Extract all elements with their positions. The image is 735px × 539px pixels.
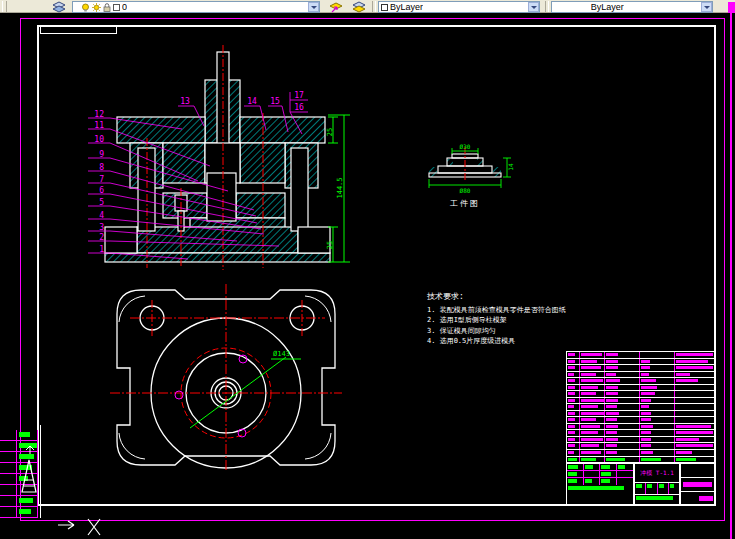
make-object-layer-current-button[interactable] xyxy=(326,0,346,13)
cell-code xyxy=(580,385,605,391)
sheet-row xyxy=(634,495,680,506)
cell-remark xyxy=(675,443,715,449)
cell-item-no xyxy=(567,385,580,391)
cell-material xyxy=(640,359,676,365)
cell-material xyxy=(640,424,676,430)
paperspace-ucs-icon xyxy=(12,446,52,496)
cell-code xyxy=(580,450,605,456)
cell-name xyxy=(605,411,639,417)
color-control-combo[interactable]: ByLayer xyxy=(378,1,540,13)
cell-code xyxy=(580,365,605,371)
notes-list: 1. 装配模具前须检查模具零件是否符合图纸2. 选用I型后侧导柱模架3. 保证模… xyxy=(427,305,567,347)
toolbar-grip[interactable] xyxy=(2,1,7,12)
cell-code xyxy=(580,437,605,443)
item-balloons-left: 12 11 10 9 8 7 6 5 4 3 2 1 xyxy=(94,110,104,254)
cell-code xyxy=(580,417,605,423)
cell-name xyxy=(605,352,639,358)
workpiece-dim-right: 14 xyxy=(507,163,514,171)
cell-remark xyxy=(675,411,715,417)
layer-properties-button[interactable] xyxy=(50,0,68,13)
current-color-value: ByLayer xyxy=(390,2,423,12)
dim-plate-top: 25 xyxy=(326,128,334,136)
cell-material xyxy=(640,430,676,436)
cell-code xyxy=(580,457,605,463)
svg-text:15: 15 xyxy=(270,97,280,106)
note-line: 2. 选用I型后侧导柱模架 xyxy=(427,315,567,326)
cell-name xyxy=(605,457,639,463)
layers-toolbar: 0 ByLayer ByLayer xyxy=(0,0,735,13)
cell-remark xyxy=(675,450,715,456)
mold-plan-view: Ø143 xyxy=(105,282,345,474)
cell-item-no xyxy=(567,359,580,365)
cell-name xyxy=(605,424,639,430)
cell-material xyxy=(640,457,676,463)
linetype-control-combo[interactable]: ByLayer xyxy=(551,1,713,13)
cell-material xyxy=(640,443,676,449)
cell-name xyxy=(605,417,639,423)
title-block-right xyxy=(680,463,716,506)
cell-item-no xyxy=(567,391,580,397)
dim-plate-bottom: 25 xyxy=(326,241,334,249)
layer-combo[interactable]: 0 xyxy=(72,1,320,13)
cell-material xyxy=(640,417,676,423)
sun-icon xyxy=(92,3,101,12)
notes-title: 技术要求: xyxy=(427,292,567,303)
cell-item-no xyxy=(567,443,580,449)
cell-name xyxy=(605,359,639,365)
ucs-icon-fragment xyxy=(50,515,120,539)
title-block-mid: 冲模 T-1.1 xyxy=(634,463,680,506)
color-combo-arrow[interactable] xyxy=(528,2,539,12)
cell-material xyxy=(640,411,676,417)
cell-remark xyxy=(675,365,715,371)
svg-text:16: 16 xyxy=(294,103,304,112)
cell-item-no xyxy=(567,450,580,456)
cell-item-no xyxy=(567,424,580,430)
cell-item-no xyxy=(567,365,580,371)
make-layer-current-icon xyxy=(329,1,343,13)
current-layer-name: 0 xyxy=(122,2,127,12)
svg-text:14: 14 xyxy=(247,97,257,106)
cell-name xyxy=(605,443,639,449)
table-row xyxy=(0,430,37,441)
cell-remark xyxy=(675,352,715,358)
cell-material xyxy=(640,372,676,378)
cell-name xyxy=(605,391,639,397)
cell-name xyxy=(605,398,639,404)
cell-name xyxy=(605,430,639,436)
app-window: { "toolbar": { "layer_combo": {"value": … xyxy=(0,0,735,539)
cell-code xyxy=(580,391,605,397)
cell-item-no xyxy=(567,378,580,384)
cell-code xyxy=(580,359,605,365)
cell-item-no xyxy=(567,398,580,404)
item-balloons-top: 13 14 15 17 16 xyxy=(180,91,304,112)
toolbar-separator xyxy=(372,1,376,12)
technical-notes: 技术要求: 1. 装配模具前须检查模具零件是否符合图纸2. 选用I型后侧导柱模架… xyxy=(427,292,567,347)
cell-name xyxy=(605,450,639,456)
company-row xyxy=(567,485,633,506)
svg-text:17: 17 xyxy=(294,91,304,100)
layer-previous-icon xyxy=(352,1,366,13)
frame-zone-box xyxy=(40,25,117,34)
signature-row xyxy=(567,471,633,478)
layer-previous-button[interactable] xyxy=(349,0,369,13)
cell-material xyxy=(640,398,676,404)
clipped-window-fragment xyxy=(728,2,735,13)
weight-cell xyxy=(681,478,715,492)
cell-remark xyxy=(675,398,715,404)
title-block: 冲模 T-1.1 xyxy=(566,351,716,506)
cell-material xyxy=(640,385,676,391)
cell-remark xyxy=(675,404,715,410)
cell-code xyxy=(580,372,605,378)
cell-remark xyxy=(675,437,715,443)
drawing-code: 冲模 T-1.1 xyxy=(634,463,680,483)
layer-combo-arrow[interactable] xyxy=(308,2,319,12)
linetype-combo-arrow[interactable] xyxy=(701,2,712,12)
mold-section-view: 25 144.5 25 12 11 10 9 8 7 6 5 4 3 2 1 1… xyxy=(82,38,352,273)
workpiece-dim-top: Ø30 xyxy=(460,143,471,150)
scale-row xyxy=(634,483,680,495)
cell-name xyxy=(605,404,639,410)
current-linetype-value: ByLayer xyxy=(591,2,624,12)
plan-centerlines xyxy=(110,284,342,470)
cell-code xyxy=(580,443,605,449)
cell-remark xyxy=(675,385,715,391)
